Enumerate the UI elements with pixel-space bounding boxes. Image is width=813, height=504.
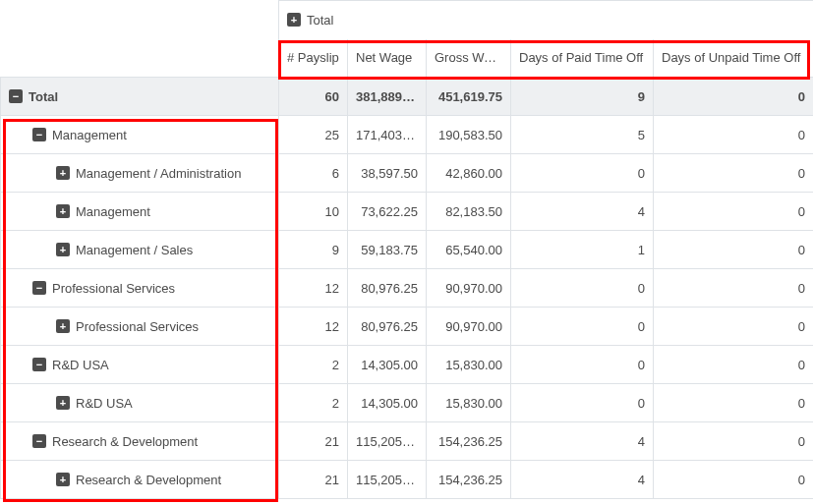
cell[interactable]: 14,305.00 <box>348 384 427 422</box>
row-header[interactable]: R&D USA <box>1 346 279 384</box>
cell[interactable]: 0 <box>654 116 814 154</box>
row-header[interactable]: Research & Development <box>1 461 279 499</box>
col-group-total-label: Total <box>307 13 333 28</box>
cell[interactable]: 73,622.25 <box>348 193 427 231</box>
table-row: Management1073,622.2582,183.5040 <box>1 193 814 231</box>
cell[interactable]: 190,583.50 <box>427 116 511 154</box>
plus-icon[interactable] <box>56 166 70 180</box>
cell[interactable]: 0 <box>654 308 814 346</box>
corner-blank <box>1 1 279 39</box>
cell[interactable]: 12 <box>279 308 348 346</box>
col-header-paid-time-off[interactable]: Days of Paid Time Off <box>511 39 654 78</box>
cell[interactable]: 12 <box>279 269 348 308</box>
row-label-text: Management <box>76 204 150 219</box>
cell[interactable]: 0 <box>654 461 814 499</box>
row-header[interactable]: Professional Services <box>1 269 279 308</box>
row-label-text: Research & Development <box>52 434 198 449</box>
row-label-text: Professional Services <box>76 319 199 334</box>
cell[interactable]: 4 <box>511 193 654 231</box>
cell[interactable]: 0 <box>654 346 814 384</box>
cell[interactable]: 0 <box>511 308 654 346</box>
cell[interactable]: 0 <box>511 154 654 193</box>
minus-icon[interactable] <box>32 128 46 141</box>
col-header-unpaid-time-off[interactable]: Days of Unpaid Time Off <box>654 39 814 78</box>
cell[interactable]: 1 <box>511 231 654 269</box>
row-header[interactable]: Professional Services <box>1 308 279 346</box>
row-header[interactable]: Total <box>1 78 279 116</box>
plus-icon[interactable] <box>56 243 70 256</box>
cell[interactable]: 171,403.50 <box>348 116 427 154</box>
table-row: Professional Services1280,976.2590,970.0… <box>1 269 814 308</box>
table-row: Management25171,403.50190,583.5050 <box>1 116 814 154</box>
col-header-gross-wage[interactable]: Gross Wage <box>427 39 511 78</box>
cell[interactable]: 154,236.25 <box>427 461 511 499</box>
cell[interactable]: 0 <box>654 231 814 269</box>
cell[interactable]: 0 <box>654 154 814 193</box>
cell[interactable]: 21 <box>279 461 348 499</box>
cell[interactable]: 15,830.00 <box>427 384 511 422</box>
row-header[interactable]: R&D USA <box>1 384 279 422</box>
plus-icon[interactable] <box>56 319 70 333</box>
row-label-text: Research & Development <box>76 473 221 487</box>
cell[interactable]: 82,183.50 <box>427 193 511 231</box>
cell[interactable]: 14,305.00 <box>348 346 427 384</box>
row-header[interactable]: Research & Development <box>1 422 279 461</box>
cell[interactable]: 9 <box>511 78 654 116</box>
cell[interactable]: 115,205.00 <box>348 461 427 499</box>
cell[interactable]: 15,830.00 <box>427 346 511 384</box>
cell[interactable]: 0 <box>654 78 814 116</box>
col-header-payslip[interactable]: # Payslip <box>279 39 348 78</box>
row-label-text: R&D USA <box>76 396 133 411</box>
cell[interactable]: 2 <box>279 384 348 422</box>
cell[interactable]: 4 <box>511 461 654 499</box>
minus-icon[interactable] <box>32 281 46 295</box>
minus-icon[interactable] <box>32 358 46 371</box>
col-header-net-wage[interactable]: Net Wage <box>348 39 427 78</box>
cell[interactable]: 9 <box>279 231 348 269</box>
cell[interactable]: 381,889.75 <box>348 78 427 116</box>
cell[interactable]: 2 <box>279 346 348 384</box>
cell[interactable]: 80,976.25 <box>348 308 427 346</box>
col-group-total[interactable]: Total <box>279 1 814 39</box>
cell[interactable]: 25 <box>279 116 348 154</box>
minus-icon[interactable] <box>32 434 46 448</box>
cell[interactable]: 115,205.00 <box>348 422 427 461</box>
cell[interactable]: 38,597.50 <box>348 154 427 193</box>
column-headers: # Payslip Net Wage Gross Wage Days of Pa… <box>1 39 814 78</box>
cell[interactable]: 10 <box>279 193 348 231</box>
cell[interactable]: 0 <box>511 384 654 422</box>
cell[interactable]: 154,236.25 <box>427 422 511 461</box>
cell[interactable]: 65,540.00 <box>427 231 511 269</box>
cell[interactable]: 60 <box>279 78 348 116</box>
cell[interactable]: 80,976.25 <box>348 269 427 308</box>
cell[interactable]: 0 <box>654 422 814 461</box>
table-row: R&D USA214,305.0015,830.0000 <box>1 346 814 384</box>
cell[interactable]: 59,183.75 <box>348 231 427 269</box>
cell[interactable]: 21 <box>279 422 348 461</box>
plus-icon[interactable] <box>56 473 70 486</box>
cell[interactable]: 90,970.00 <box>427 308 511 346</box>
cell[interactable]: 6 <box>279 154 348 193</box>
plus-icon[interactable] <box>56 204 70 218</box>
cell[interactable]: 5 <box>511 116 654 154</box>
cell[interactable]: 0 <box>511 346 654 384</box>
cell[interactable]: 0 <box>654 384 814 422</box>
cell[interactable]: 90,970.00 <box>427 269 511 308</box>
cell[interactable]: 0 <box>511 269 654 308</box>
pivot-table: Total # Payslip Net Wage Gross Wage Days… <box>0 0 813 499</box>
row-header[interactable]: Management / Sales <box>1 231 279 269</box>
table-row: Research & Development21115,205.00154,23… <box>1 422 814 461</box>
cell[interactable]: 451,619.75 <box>427 78 511 116</box>
cell[interactable]: 4 <box>511 422 654 461</box>
row-label-text: Management / Administration <box>76 166 241 181</box>
row-header[interactable]: Management <box>1 193 279 231</box>
cell[interactable]: 0 <box>654 269 814 308</box>
row-header[interactable]: Management / Administration <box>1 154 279 193</box>
cell[interactable]: 42,860.00 <box>427 154 511 193</box>
row-header[interactable]: Management <box>1 116 279 154</box>
cell[interactable]: 0 <box>654 193 814 231</box>
plus-icon[interactable] <box>56 396 70 410</box>
minus-icon[interactable] <box>9 89 23 103</box>
plus-icon[interactable] <box>287 13 301 27</box>
row-label-text: Professional Services <box>52 281 175 296</box>
